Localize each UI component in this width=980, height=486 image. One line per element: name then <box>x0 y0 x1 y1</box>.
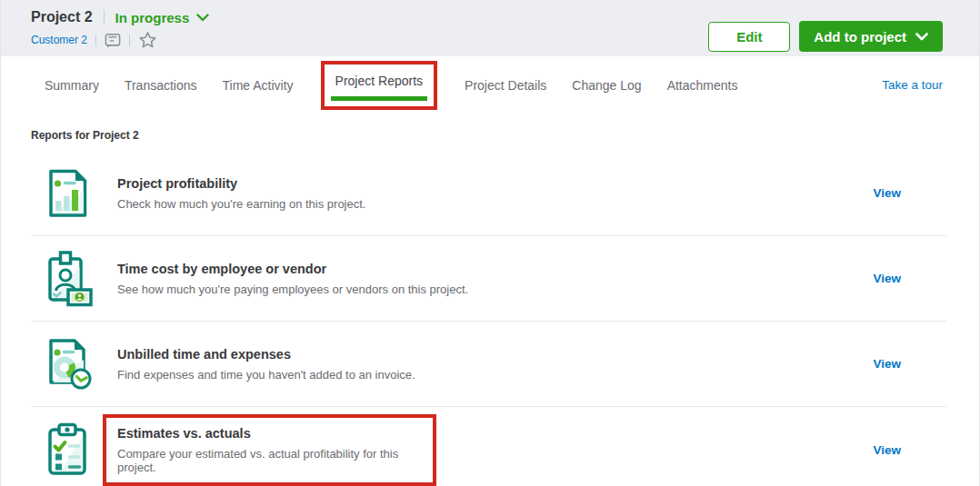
project-header: Project 2 In progress Customer 2 <box>1 0 979 56</box>
project-header-info: Project 2 In progress Customer 2 <box>31 9 209 56</box>
divider <box>95 35 96 46</box>
time-cost-badge-icon <box>45 251 94 307</box>
report-text: Estimates vs. actuals Compare your estim… <box>117 414 436 486</box>
page-title: Project 2 <box>31 9 93 25</box>
project-tabs: Summary Transactions Time Activity Proje… <box>1 56 979 114</box>
tab-attachments[interactable]: Attachments <box>667 78 738 93</box>
customer-link[interactable]: Customer 2 <box>31 34 87 46</box>
project-title-row: Project 2 In progress <box>31 9 209 25</box>
annotation-box-project-reports: Project Reports <box>321 61 437 110</box>
chevron-down-icon <box>196 14 209 22</box>
report-title: Project profitability <box>117 176 365 191</box>
report-row: Project profitability Check how much you… <box>31 151 946 236</box>
report-description: See how much you're paying employees or … <box>117 283 468 296</box>
report-description: Check how much you're earning on this pr… <box>117 197 365 211</box>
tab-transactions[interactable]: Transactions <box>125 78 197 93</box>
view-link[interactable]: View <box>873 272 901 285</box>
report-text: Project profitability Check how much you… <box>117 176 365 211</box>
report-description: Compare your estimated vs. actual profit… <box>117 447 422 474</box>
tab-project-details[interactable]: Project Details <box>465 78 546 93</box>
add-to-project-button[interactable]: Add to project <box>799 21 943 52</box>
project-status-dropdown[interactable]: In progress <box>115 10 210 25</box>
annotation-box-estimates: Estimates vs. actuals Compare your estim… <box>103 414 436 486</box>
view-link[interactable]: View <box>873 443 901 457</box>
status-label: In progress <box>115 10 190 25</box>
project-page: Project 2 In progress Customer 2 <box>0 0 980 486</box>
report-title: Estimates vs. actuals <box>117 426 422 441</box>
take-a-tour-link[interactable]: Take a tour <box>882 78 943 92</box>
project-meta-row: Customer 2 <box>31 31 209 49</box>
tab-change-log[interactable]: Change Log <box>572 78 641 93</box>
profitability-report-icon <box>45 168 94 219</box>
view-link[interactable]: View <box>873 186 901 200</box>
tab-time-activity[interactable]: Time Activity <box>223 78 294 93</box>
report-list: Project profitability Check how much you… <box>31 151 946 486</box>
star-favorite-icon[interactable] <box>138 31 157 49</box>
divider <box>129 35 130 46</box>
report-text: Unbilled time and expenses Find expenses… <box>117 347 415 382</box>
report-row: Estimates vs. actuals Compare your estim… <box>31 407 946 486</box>
report-row: Time cost by employee or vendor See how … <box>31 236 946 322</box>
add-to-project-label: Add to project <box>814 29 906 45</box>
edit-button[interactable]: Edit <box>708 22 790 52</box>
report-title: Time cost by employee or vendor <box>117 262 468 276</box>
header-actions: Edit Add to project <box>708 16 943 56</box>
tab-project-reports[interactable]: Project Reports <box>335 74 423 88</box>
unbilled-time-clock-icon <box>45 337 94 392</box>
tab-project-reports-wrap: Project Reports <box>335 74 423 101</box>
tab-summary[interactable]: Summary <box>45 78 99 93</box>
report-description: Find expenses and time you haven't added… <box>117 368 415 382</box>
report-row: Unbilled time and expenses Find expenses… <box>31 322 946 407</box>
estimates-checklist-icon <box>45 422 94 477</box>
chevron-down-icon <box>915 33 928 41</box>
view-link[interactable]: View <box>873 357 901 371</box>
report-title: Unbilled time and expenses <box>117 347 415 362</box>
reports-heading: Reports for Project 2 <box>31 129 979 142</box>
note-icon[interactable] <box>105 33 121 48</box>
active-tab-underline <box>331 96 427 101</box>
report-text: Time cost by employee or vendor See how … <box>117 262 468 296</box>
divider <box>104 10 105 25</box>
